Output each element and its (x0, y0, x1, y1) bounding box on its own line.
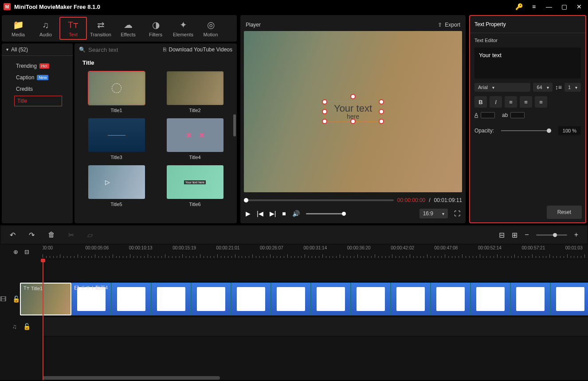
thumb-title1[interactable] (88, 71, 145, 105)
search-input[interactable] (88, 47, 141, 53)
fullscreen-button[interactable]: ⛶ (454, 210, 460, 217)
thumb-title6[interactable]: Your text here (167, 165, 223, 199)
prev-frame-button[interactable]: |◀ (257, 210, 263, 217)
play-button[interactable]: ▶ (246, 210, 251, 217)
title-clip[interactable]: TᴛTitle1 (20, 283, 71, 315)
sidebar-item-caption[interactable]: CaptionNew (2, 72, 73, 83)
film-icon: 🎞 (74, 285, 79, 291)
resize-handle[interactable] (379, 99, 384, 105)
aspect-ratio-select[interactable]: 16:9 (419, 209, 448, 218)
resize-handle[interactable] (322, 99, 327, 105)
sidebar-item-title[interactable]: Title (14, 96, 62, 106)
scrub-track[interactable] (244, 199, 394, 201)
font-size-select[interactable]: 64 (533, 83, 552, 92)
zoom-in-button[interactable]: + (574, 231, 578, 239)
maximize-icon[interactable]: ▢ (559, 1, 569, 12)
track-pad (0, 337, 43, 376)
thumb-title3[interactable] (88, 118, 145, 152)
browser-scrollbar[interactable] (233, 114, 236, 136)
tab-effects[interactable]: ☁Effects (114, 17, 142, 40)
export-button[interactable]: ⇪Export (438, 22, 460, 28)
align-center-button[interactable]: ≡ (520, 96, 532, 108)
timeline-hscroll[interactable] (0, 376, 588, 380)
reset-button[interactable]: Reset (547, 206, 582, 219)
minimize-icon[interactable]: — (544, 1, 554, 12)
tab-filters[interactable]: ◑Filters (142, 17, 169, 40)
tab-media-label: Media (12, 32, 25, 37)
thumb-title2[interactable] (167, 71, 223, 105)
undo-button[interactable]: ↶ (10, 231, 16, 239)
upgrade-key-icon[interactable]: 🔑 (514, 1, 524, 12)
scrub-head[interactable] (244, 198, 248, 202)
thumb-title4[interactable]: ✖✖ (167, 118, 223, 152)
text-icon: Tᴛ (68, 19, 78, 30)
thumb-title5[interactable] (88, 165, 145, 199)
volume-slider[interactable] (306, 213, 346, 214)
text-property-panel: Text Property Text Editor Your text Aria… (469, 15, 586, 223)
sidebar-item-credits[interactable]: Credits (2, 83, 73, 95)
preview-area[interactable]: Your text here (244, 31, 462, 192)
text-color-picker[interactable] (481, 112, 495, 118)
export-icon: ⇪ (438, 22, 442, 28)
zoom-slider[interactable] (536, 234, 567, 236)
lock-icon[interactable]: 🔓 (12, 295, 20, 303)
font-select[interactable]: Arial (474, 83, 530, 92)
next-frame-button[interactable]: ▶| (270, 210, 276, 217)
fit-button[interactable]: ⊟ (499, 231, 505, 239)
tab-text[interactable]: TᴛText (59, 17, 87, 40)
resize-handle[interactable] (350, 94, 356, 99)
sidebar-all[interactable]: ▾All (52) (2, 43, 73, 56)
bold-button[interactable]: B (474, 96, 487, 108)
resize-handle[interactable] (350, 119, 356, 124)
stop-button[interactable]: ■ (282, 210, 286, 217)
menu-icon[interactable]: ≡ (529, 1, 539, 12)
thumb-label: Title1 (110, 108, 122, 113)
collapse-tracks-icon[interactable]: ⊟ (24, 249, 29, 255)
italic-button[interactable]: I (490, 96, 502, 108)
video-track[interactable]: TᴛTitle1 🎞テスト動画4 (20, 283, 588, 315)
tab-audio[interactable]: ♫Audio (32, 17, 59, 40)
thumb-label: Title5 (110, 202, 122, 207)
audio-track[interactable] (43, 317, 588, 336)
split-button[interactable]: ✂ (68, 231, 74, 239)
zoom-handle[interactable] (553, 233, 557, 237)
download-label: Download YouTube Videos (169, 47, 232, 53)
align-left-button[interactable]: ≡ (505, 96, 517, 108)
track-options[interactable]: ⊕ ⊟ (0, 245, 43, 259)
sidebar-item-trending[interactable]: TrendingHot (2, 60, 73, 72)
delete-button[interactable]: 🗑 (48, 231, 55, 239)
sidebar-item-label: Caption (16, 74, 34, 81)
ruler-label: 00:00:31:14 (303, 245, 327, 250)
align-right-button[interactable]: ≡ (535, 96, 547, 108)
close-icon[interactable]: ✕ (574, 1, 584, 12)
effects-icon: ☁ (124, 19, 133, 30)
time-ruler[interactable]: 00:0000:00:05:0600:00:10:1300:00:15:1900… (43, 245, 588, 259)
line-spacing-select[interactable]: 1 (564, 83, 581, 92)
markers-button[interactable]: ⊞ (512, 231, 517, 239)
tab-motion[interactable]: ◎Motion (197, 17, 224, 40)
volume-icon[interactable]: 🔊 (292, 210, 300, 217)
crop-button[interactable]: ▱ (87, 231, 93, 239)
tab-elements[interactable]: ✦Elements (169, 17, 197, 40)
video-clip[interactable]: 🎞テスト動画4 (71, 283, 588, 315)
zoom-out-button[interactable]: − (525, 231, 529, 239)
overlay-text[interactable]: Your text here (334, 104, 372, 120)
add-track-icon[interactable]: ⊕ (13, 249, 18, 255)
opacity-handle[interactable] (547, 128, 551, 133)
track-spacer (43, 260, 588, 281)
opacity-slider[interactable] (501, 130, 551, 131)
download-youtube-button[interactable]: ⎘Download YouTube Videos (163, 47, 232, 53)
resize-handle[interactable] (322, 109, 327, 114)
tab-transition[interactable]: ⇄Transition (87, 17, 114, 40)
volume-handle[interactable] (342, 212, 346, 216)
highlight-color-picker[interactable] (510, 112, 525, 118)
spacing-label: 1 (568, 85, 571, 90)
resize-handle[interactable] (379, 119, 384, 124)
lock-icon[interactable]: 🔓 (23, 323, 31, 330)
resize-handle[interactable] (379, 109, 384, 114)
resize-handle[interactable] (322, 119, 327, 124)
playhead[interactable] (43, 259, 43, 380)
tab-media[interactable]: 📁Media (4, 17, 32, 40)
text-editor-input[interactable]: Your text (474, 47, 581, 78)
redo-button[interactable]: ↷ (29, 231, 35, 239)
